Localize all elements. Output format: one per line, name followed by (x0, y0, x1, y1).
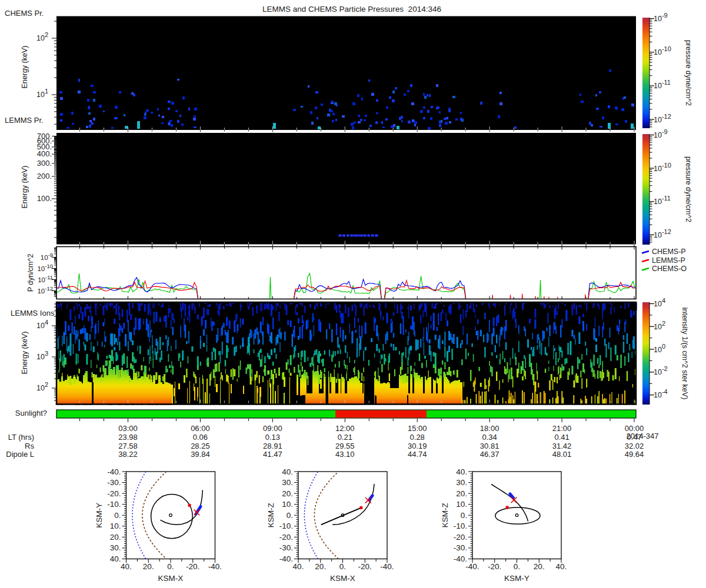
svg-text:10.: 10. (456, 500, 467, 509)
svg-text:49.64: 49.64 (625, 450, 644, 459)
svg-text:41.47: 41.47 (263, 450, 282, 459)
svg-text:40.: 40. (110, 554, 121, 563)
svg-text:-40.: -40. (279, 554, 293, 563)
svg-text:CHEMS Pr.: CHEMS Pr. (5, 9, 44, 18)
svg-text:0.28: 0.28 (410, 433, 425, 442)
svg-text:0.06: 0.06 (193, 433, 208, 442)
svg-text:31.42: 31.42 (552, 442, 572, 450)
svg-text:40.: 40. (121, 562, 132, 571)
svg-text:Energy (keV): Energy (keV) (21, 332, 29, 375)
svg-text:40.: 40. (556, 562, 567, 571)
svg-text:0.41: 0.41 (554, 433, 569, 442)
svg-text:LT (hrs): LT (hrs) (8, 433, 34, 442)
svg-text:0.: 0. (167, 562, 174, 571)
svg-text:32.02: 32.02 (625, 442, 644, 450)
svg-text:LEMMS Pr.: LEMMS Pr. (5, 116, 44, 125)
svg-text:46.37: 46.37 (480, 450, 499, 459)
svg-text:pressure dyne/cm^2: pressure dyne/cm^2 (684, 40, 692, 106)
svg-text:10.: 10. (282, 500, 293, 509)
svg-text:Energy (keV): Energy (keV) (21, 46, 29, 89)
svg-text:20.: 20. (315, 562, 326, 571)
svg-text:20.: 20. (456, 489, 467, 498)
svg-text:0.: 0. (461, 511, 467, 520)
svg-text:29.55: 29.55 (335, 442, 355, 450)
svg-text:30.19: 30.19 (408, 442, 427, 450)
svg-text:28.91: 28.91 (263, 442, 282, 450)
svg-text:-20.: -20. (454, 533, 467, 542)
svg-text:30.: 30. (282, 478, 293, 487)
svg-text:-40.: -40. (107, 467, 121, 476)
svg-text:pressure dyne/cm^2: pressure dyne/cm^2 (684, 156, 692, 222)
svg-text:-30.: -30. (454, 543, 467, 552)
svg-text:LEMMS Ions: LEMMS Ions (11, 309, 55, 318)
svg-text:CHEMS-P: CHEMS-P (652, 248, 686, 256)
svg-text:-30.: -30. (279, 543, 293, 552)
svg-text:40.: 40. (282, 467, 293, 476)
svg-text:40.: 40. (293, 562, 304, 571)
svg-text:-20.: -20. (107, 489, 121, 498)
svg-text:23.98: 23.98 (118, 433, 138, 442)
svg-text:39.84: 39.84 (191, 450, 210, 459)
svg-text:38.22: 38.22 (118, 450, 138, 459)
svg-text:LEMMS-P: LEMMS-P (652, 256, 685, 265)
svg-text:-40.: -40. (465, 562, 479, 571)
svg-text:0.34: 0.34 (482, 433, 497, 442)
svg-text:0.13: 0.13 (265, 433, 280, 442)
svg-text:Energy (keV): Energy (keV) (21, 166, 29, 209)
svg-text:0.: 0. (339, 562, 346, 571)
svg-text:Rs: Rs (25, 442, 34, 450)
svg-text:-40.: -40. (380, 562, 394, 571)
svg-text:intensity 1/(s cm^2 ster keV): intensity 1/(s cm^2 ster keV) (681, 308, 689, 400)
svg-text:43.10: 43.10 (335, 450, 355, 459)
svg-text:KSM-Y: KSM-Y (95, 503, 104, 528)
svg-text:-40.: -40. (208, 562, 222, 571)
svg-text:21:00: 21:00 (552, 424, 572, 433)
svg-text:30.: 30. (456, 478, 467, 487)
svg-text:0.: 0. (514, 562, 520, 571)
svg-text:-10.: -10. (454, 522, 467, 530)
svg-text:18:00: 18:00 (480, 424, 499, 433)
svg-text:06:00: 06:00 (191, 424, 210, 433)
svg-text:Dipole L: Dipole L (6, 450, 34, 459)
svg-text:48.01: 48.01 (552, 450, 572, 459)
svg-text:-10.: -10. (279, 522, 293, 530)
svg-text:KSM-Y: KSM-Y (504, 574, 530, 583)
svg-text:KSM-X: KSM-X (330, 574, 355, 583)
svg-text:KSM-X: KSM-X (158, 574, 184, 583)
svg-text:20.: 20. (143, 562, 154, 571)
svg-text:CHEMS-O: CHEMS-O (652, 265, 687, 273)
svg-text:KSM-Z: KSM-Z (267, 503, 275, 527)
svg-text:30.81: 30.81 (480, 442, 499, 450)
svg-text:-20.: -20. (358, 562, 372, 571)
svg-text:09:00: 09:00 (263, 424, 282, 433)
svg-text:-30.: -30. (107, 478, 121, 487)
svg-text:300.: 300. (37, 159, 52, 168)
svg-text:0.: 0. (287, 511, 293, 520)
svg-text:30.: 30. (110, 543, 121, 552)
svg-text:400.: 400. (37, 149, 52, 158)
svg-text:28.25: 28.25 (191, 442, 210, 450)
svg-text:100.: 100. (37, 194, 52, 203)
svg-text:40.: 40. (456, 467, 467, 476)
svg-text:KSM-Z: KSM-Z (441, 503, 449, 527)
svg-text:44.74: 44.74 (408, 450, 427, 459)
svg-text:0.21: 0.21 (338, 433, 352, 442)
svg-text:15:00: 15:00 (408, 424, 427, 433)
svg-text:-20.: -20. (186, 562, 199, 571)
svg-text:Sunlight?: Sunlight? (15, 409, 47, 417)
svg-text:2014-347: 2014-347 (627, 432, 659, 440)
svg-text:-20.: -20. (488, 562, 501, 571)
svg-text:10.: 10. (110, 522, 121, 530)
svg-text:20.: 20. (110, 533, 121, 542)
svg-text:P dyn/cm^2: P dyn/cm^2 (26, 254, 35, 292)
svg-text:20.: 20. (534, 562, 545, 571)
svg-text:27.58: 27.58 (118, 442, 138, 450)
svg-text:0.: 0. (114, 511, 121, 520)
svg-text:LEMMS and CHEMS Particle Press: LEMMS and CHEMS Particle Pressures 2014:… (262, 5, 441, 14)
svg-text:12:00: 12:00 (335, 424, 355, 433)
svg-text:-20.: -20. (279, 533, 293, 542)
svg-text:200.: 200. (37, 172, 52, 181)
svg-text:03:00: 03:00 (118, 424, 138, 433)
svg-text:20.: 20. (282, 489, 293, 498)
svg-text:-10.: -10. (107, 500, 121, 509)
